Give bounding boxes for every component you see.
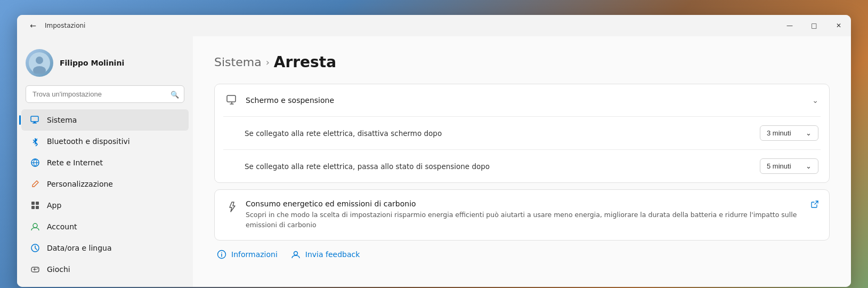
screen-row-1: Se collegato alla rete elettrica, disatt… (215, 117, 829, 149)
energy-text: Consumo energetico ed emissioni di carbo… (246, 199, 804, 230)
screen-value-2: 5 minuti (767, 162, 791, 170)
sidebar-item-app[interactable]: App (21, 195, 189, 216)
sidebar-label-rete: Rete e Internet (47, 158, 103, 167)
dropdown-chevron-2: ⌄ (806, 162, 812, 170)
giochi-icon (30, 264, 40, 275)
screen-value-1: 3 minuti (767, 129, 791, 137)
svg-point-15 (37, 268, 38, 269)
user-profile: Filippo Molinini (17, 45, 193, 85)
svg-point-1 (36, 57, 43, 64)
svg-rect-4 (34, 122, 36, 123)
feedback-icon (290, 249, 301, 260)
account-icon (30, 221, 40, 232)
info-links: Informazioni Invia feedback (214, 249, 830, 260)
close-button[interactable]: ✕ (826, 15, 851, 36)
screen-label-2: Se collegato alla rete elettrica, passa … (245, 162, 490, 171)
informazioni-label: Informazioni (231, 250, 278, 259)
breadcrumb: Sistema › Arresta (214, 53, 830, 71)
screen-label-1: Se collegato alla rete elettrica, disatt… (245, 129, 442, 138)
screen-dropdown-1[interactable]: 3 minuti ⌄ (760, 125, 818, 141)
sidebar-label-data: Data/ora e lingua (47, 244, 112, 252)
svg-rect-10 (36, 206, 39, 209)
search-input[interactable] (26, 85, 184, 103)
avatar[interactable] (26, 49, 53, 77)
sidebar-label-giochi: Giochi (47, 265, 70, 274)
minimize-button[interactable]: — (777, 15, 802, 36)
external-link-icon[interactable] (811, 201, 818, 210)
breadcrumb-parent: Sistema (214, 55, 262, 69)
sidebar-item-sistema[interactable]: Sistema (21, 109, 189, 131)
sidebar-item-rete[interactable]: Rete e Internet (21, 152, 189, 173)
search-box: 🔍 (26, 85, 184, 103)
window-content: Filippo Molinini 🔍 Sistema (17, 36, 851, 287)
screen-sleep-header[interactable]: Schermo e sospensione ⌄ (215, 84, 829, 116)
svg-rect-16 (227, 95, 236, 102)
svg-rect-3 (31, 116, 38, 122)
sidebar-label-personalizzazione: Personalizzazione (47, 180, 113, 188)
informazioni-icon (216, 249, 227, 260)
rete-icon (30, 157, 40, 168)
window-controls: — □ ✕ (777, 15, 851, 36)
screen-sleep-title: Schermo e sospensione (246, 96, 334, 105)
breadcrumb-current: Arresta (274, 53, 336, 71)
sidebar-label-account: Account (47, 222, 77, 231)
main-content: Sistema › Arresta Scher (193, 36, 851, 287)
energy-card: Consumo energetico ed emissioni di carbo… (214, 189, 830, 241)
sidebar-item-data[interactable]: Data/ora e lingua (21, 237, 189, 259)
sidebar-label-app: App (47, 201, 61, 210)
card-header-left: Schermo e sospensione (225, 94, 334, 107)
search-icon: 🔍 (171, 90, 179, 98)
sidebar-label-sistema: Sistema (47, 116, 77, 124)
back-button[interactable]: ← (26, 18, 40, 33)
svg-rect-7 (31, 202, 35, 205)
personalizzazione-icon (30, 179, 40, 189)
svg-rect-9 (31, 206, 35, 209)
window-title: Impostazioni (45, 22, 85, 29)
sidebar-label-bluetooth: Bluetooth e dispositivi (47, 137, 130, 146)
sidebar: Filippo Molinini 🔍 Sistema (17, 36, 193, 287)
sistema-icon (30, 115, 40, 125)
screen-row-2: Se collegato alla rete elettrica, passa … (215, 150, 829, 182)
screen-sleep-card: Schermo e sospensione ⌄ Se collegato all… (214, 84, 830, 183)
app-icon (30, 200, 40, 211)
screen-dropdown-2[interactable]: 5 minuti ⌄ (760, 158, 818, 174)
dropdown-chevron-1: ⌄ (806, 129, 812, 137)
settings-window: ← Impostazioni — □ ✕ Filippo Molinini (17, 15, 851, 287)
sidebar-item-giochi[interactable]: Giochi (21, 259, 189, 280)
titlebar: ← Impostazioni — □ ✕ (17, 15, 851, 36)
chevron-up-icon: ⌄ (812, 96, 818, 105)
svg-point-19 (294, 251, 297, 255)
breadcrumb-separator: › (266, 57, 270, 68)
user-name: Filippo Molinini (60, 59, 124, 67)
data-icon (30, 243, 40, 253)
svg-rect-8 (36, 202, 39, 205)
sidebar-item-personalizzazione[interactable]: Personalizzazione (21, 173, 189, 195)
monitor-icon (225, 94, 238, 107)
svg-point-11 (33, 223, 37, 228)
feedback-link[interactable]: Invia feedback (290, 249, 360, 260)
energy-description: Scopri in che modo la scelta di impostaz… (246, 210, 804, 230)
energy-icon (225, 201, 238, 213)
sidebar-item-account[interactable]: Account (21, 216, 189, 237)
svg-rect-5 (33, 123, 37, 124)
svg-point-14 (36, 269, 37, 270)
informazioni-link[interactable]: Informazioni (216, 249, 278, 260)
bluetooth-icon (30, 136, 40, 147)
maximize-button[interactable]: □ (802, 15, 826, 36)
sidebar-item-bluetooth[interactable]: Bluetooth e dispositivi (21, 131, 189, 152)
feedback-label: Invia feedback (305, 250, 360, 259)
svg-point-18 (221, 252, 222, 253)
energy-title: Consumo energetico ed emissioni di carbo… (246, 199, 804, 208)
